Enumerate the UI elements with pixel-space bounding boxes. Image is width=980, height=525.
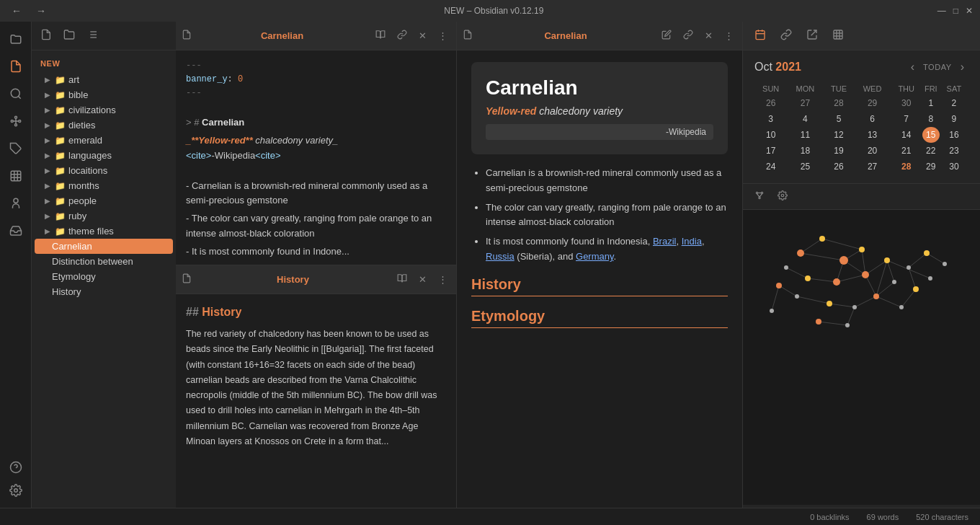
cal-day-24-4[interactable]: 24: [754, 159, 787, 175]
preview-edit-button[interactable]: [659, 28, 674, 43]
cal-day-28-0[interactable]: 28: [824, 95, 855, 111]
sidebar-item-Distinction-between[interactable]: Distinction between: [35, 254, 173, 269]
backlinks-button[interactable]: [776, 26, 796, 45]
graph-node-15[interactable]: [906, 265, 911, 270]
sidebar-item-dieties[interactable]: ▶📁dieties: [35, 118, 173, 133]
link-brazil[interactable]: Brazil: [653, 236, 677, 247]
graph-node-17[interactable]: [899, 305, 904, 309]
calendar-button[interactable]: [750, 26, 770, 45]
cal-day-7-1[interactable]: 7: [891, 111, 922, 127]
outgoing-links-button[interactable]: [802, 26, 822, 45]
ribbon-tags-icon[interactable]: [4, 137, 27, 160]
ribbon-open-folder-icon[interactable]: [4, 27, 27, 50]
sidebar-item-civilizations[interactable]: ▶📁civilizations: [35, 102, 173, 118]
cal-day-12-2[interactable]: 12: [824, 127, 855, 143]
preview-more-button[interactable]: ⋮: [721, 29, 736, 43]
graph-settings-button[interactable]: [773, 188, 792, 205]
sidebar-item-art[interactable]: ▶📁art: [35, 72, 173, 87]
graph-node-18[interactable]: [845, 323, 850, 327]
editor-bottom-more-button[interactable]: ⋮: [435, 273, 450, 286]
ribbon-graph-icon[interactable]: [4, 110, 27, 133]
sidebar-item-theme-files[interactable]: ▶📁theme files: [35, 224, 173, 239]
cal-day-20-3[interactable]: 20: [854, 143, 890, 159]
cal-day-30-0[interactable]: 30: [891, 95, 922, 111]
sidebar-sort-button[interactable]: [84, 26, 101, 45]
cal-day-30-4[interactable]: 30: [940, 159, 968, 175]
editor-top-content[interactable]: --- banner_y: 0 --- > # Carnelian _**Yel…: [176, 50, 456, 265]
preview-link-button[interactable]: [680, 28, 696, 43]
preview-close-button[interactable]: ✕: [702, 29, 716, 43]
editor-bottom-content[interactable]: ## History The red variety of chalcedony…: [176, 294, 456, 508]
cal-day-22-3[interactable]: 22: [922, 143, 940, 159]
graph-node-22[interactable]: [924, 250, 930, 256]
sidebar-item-months[interactable]: ▶📁months: [35, 178, 173, 193]
graph-node-21[interactable]: [928, 276, 932, 281]
cal-day-26-0[interactable]: 26: [754, 95, 787, 111]
sidebar-item-people[interactable]: ▶📁people: [35, 193, 173, 208]
cal-day-15-2[interactable]: 15: [922, 127, 940, 143]
graph-node-2[interactable]: [839, 256, 848, 265]
nav-back-button[interactable]: ←: [7, 4, 26, 18]
graph-node-11[interactable]: [852, 305, 857, 309]
minimize-button[interactable]: —: [937, 6, 946, 16]
cal-day-27-4[interactable]: 27: [854, 159, 890, 175]
maximize-button[interactable]: □: [953, 6, 958, 16]
cal-day-8-1[interactable]: 8: [922, 111, 940, 127]
preview-content[interactable]: Carnelian Yellow-red chalcedony variety …: [457, 50, 742, 508]
ribbon-files-icon[interactable]: [4, 55, 27, 78]
cal-day-29-4[interactable]: 29: [922, 159, 940, 175]
graph-node-19[interactable]: [816, 319, 821, 325]
editor-top-reading-mode-button[interactable]: [373, 28, 388, 43]
cal-day-28-4[interactable]: 28: [891, 159, 922, 175]
sidebar-item-languages[interactable]: ▶📁languages: [35, 148, 173, 163]
editor-bottom-reading-mode-button[interactable]: [394, 272, 410, 287]
cal-day-4-1[interactable]: 4: [787, 111, 823, 127]
cal-day-11-2[interactable]: 11: [787, 127, 823, 143]
cal-day-19-3[interactable]: 19: [824, 143, 855, 159]
graph-node-4[interactable]: [833, 278, 840, 286]
sidebar-item-bible[interactable]: ▶📁bible: [35, 87, 173, 102]
editor-bottom-close-button[interactable]: ✕: [416, 273, 429, 286]
cal-day-9-1[interactable]: 9: [940, 111, 968, 127]
cal-day-25-4[interactable]: 25: [787, 159, 823, 175]
editor-top-close-button[interactable]: ✕: [416, 29, 429, 43]
cal-day-21-3[interactable]: 21: [891, 143, 922, 159]
graph-node-5[interactable]: [859, 247, 865, 252]
calendar-prev-button[interactable]: ‹: [906, 59, 919, 75]
nav-forward-button[interactable]: →: [32, 4, 50, 18]
graph-canvas[interactable]: [743, 210, 980, 505]
graph-node-14[interactable]: [776, 283, 782, 288]
cal-day-14-2[interactable]: 14: [891, 127, 922, 143]
ribbon-settings-icon[interactable]: [4, 479, 27, 502]
cal-day-13-2[interactable]: 13: [854, 127, 890, 143]
editor-top-more-button[interactable]: ⋮: [435, 29, 450, 43]
graph-node-6[interactable]: [862, 271, 869, 278]
graph-node-0[interactable]: [797, 250, 804, 257]
cal-day-2-0[interactable]: 2: [940, 95, 968, 111]
sidebar-new-note-button[interactable]: [37, 26, 55, 45]
calendar-next-button[interactable]: ›: [956, 59, 968, 75]
cal-day-23-3[interactable]: 23: [940, 143, 968, 159]
graph-node-9[interactable]: [892, 280, 896, 284]
ribbon-community-icon[interactable]: [4, 192, 27, 215]
calendar-today-button[interactable]: TODAY: [919, 61, 956, 73]
cal-day-27-0[interactable]: 27: [787, 95, 823, 111]
cal-day-26-4[interactable]: 26: [824, 159, 855, 175]
cal-day-1-0[interactable]: 1: [922, 95, 940, 111]
sidebar-item-Carnelian[interactable]: Carnelian: [35, 239, 173, 254]
graph-node-12[interactable]: [827, 301, 832, 306]
cal-day-16-2[interactable]: 16: [940, 127, 968, 143]
cal-day-3-1[interactable]: 3: [754, 111, 787, 127]
sidebar-item-History[interactable]: History: [35, 284, 173, 299]
cal-day-17-3[interactable]: 17: [754, 143, 787, 159]
editor-top-link-button[interactable]: [394, 28, 410, 43]
graph-node-20[interactable]: [770, 309, 774, 313]
graph-node-1[interactable]: [819, 236, 825, 242]
graph-node-10[interactable]: [873, 294, 879, 299]
sidebar-item-ruby[interactable]: ▶📁ruby: [35, 208, 173, 224]
ribbon-search-icon[interactable]: [4, 82, 27, 105]
cal-day-5-1[interactable]: 5: [824, 111, 855, 127]
cal-day-6-1[interactable]: 6: [854, 111, 890, 127]
graph-node-8[interactable]: [884, 257, 890, 263]
sidebar-item-locaitions[interactable]: ▶📁locaitions: [35, 163, 173, 178]
